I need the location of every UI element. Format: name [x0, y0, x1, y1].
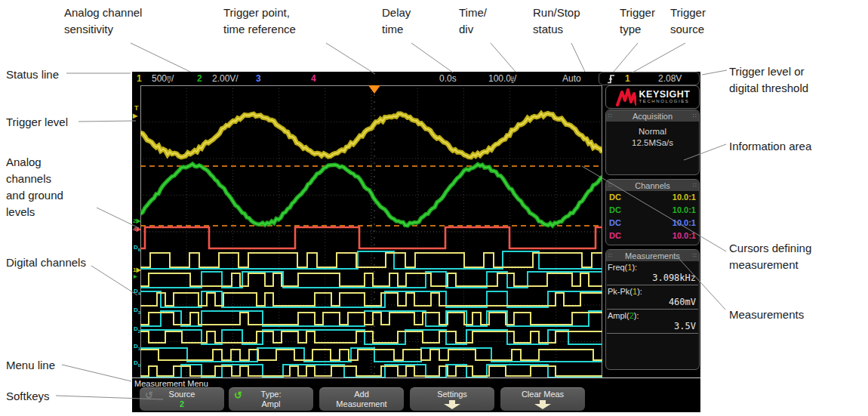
- label-information-area: Information area: [729, 138, 811, 155]
- softkey-settings[interactable]: Settings: [410, 387, 494, 411]
- status-ch4-number[interactable]: 4: [311, 73, 316, 84]
- down-arrow-icon: [442, 400, 462, 409]
- sample-rate: 12.5MSa/s: [606, 138, 699, 147]
- trigger-level-marker[interactable]: ▶: [133, 112, 137, 119]
- measurement-freq-value: 3.098kHz: [606, 272, 699, 285]
- trigger-t-marker: T: [134, 105, 139, 112]
- measurements-panel: ∷ Measurements ∷ Freq(1): 3.098kHz Pk-Pk…: [605, 249, 700, 370]
- d4-channel-label[interactable]: D4: [134, 288, 140, 297]
- grip-icon: ∷: [608, 252, 612, 259]
- softkey-source[interactable]: ↺ Source 2: [140, 387, 224, 411]
- channels-panel-header[interactable]: ∷ Channels ∷: [606, 180, 699, 191]
- label-delay-time: Delay time: [382, 5, 411, 38]
- status-delay-time[interactable]: 0.0s: [439, 73, 457, 84]
- keysight-logo: KEYSIGHT TECHNOLOGIES: [605, 85, 700, 109]
- status-trigger-section[interactable]: 1 2.08V: [599, 72, 700, 85]
- brand-subtitle: TECHNOLOGIES: [639, 99, 691, 104]
- status-trigger-level: 2.08V: [658, 73, 682, 84]
- softkey-add-measurement[interactable]: Add Measurement: [319, 387, 404, 411]
- grip-icon: ∷: [693, 182, 697, 189]
- label-time-div: Time/ div: [459, 5, 487, 38]
- divider: [132, 377, 700, 378]
- d2-channel-label[interactable]: D2: [134, 325, 140, 335]
- down-arrow-icon: [533, 400, 553, 409]
- label-trigger-source: Trigger source: [670, 5, 706, 38]
- measurement-pkpk-label: Pk-Pk(1):: [606, 285, 699, 296]
- channel-row-4: DC10.0:1: [606, 230, 699, 242]
- acquisition-panel: ∷ Acquisition ∷ Normal 12.5MSa/s: [605, 109, 700, 175]
- acquisition-title: Acquisition: [633, 112, 673, 121]
- measurements-panel-header[interactable]: ∷ Measurements ∷: [606, 250, 699, 261]
- label-measurements: Measurements: [729, 307, 804, 323]
- grip-icon: ∷: [608, 182, 612, 189]
- softkey-type[interactable]: ↺ Type: Ampl: [229, 387, 313, 411]
- label-trigger-level-or-digital-threshold: Trigger level or digital threshold: [729, 63, 808, 97]
- divider: [607, 333, 698, 334]
- waveform-display: [140, 85, 602, 378]
- label-digital-channels: Digital channels: [6, 254, 86, 271]
- status-trigger-source: 1: [625, 73, 630, 84]
- digital-activity-marker: ▶: [134, 273, 137, 280]
- grip-icon: ∷: [693, 112, 697, 119]
- keysight-spark-icon: [615, 88, 636, 107]
- status-ch2-sensitivity[interactable]: 2.00V/: [212, 73, 239, 84]
- grip-icon: ∷: [693, 252, 697, 259]
- ch4-ground-marker[interactable]: 4▶: [133, 226, 141, 233]
- label-status-line: Status line: [6, 66, 59, 83]
- status-ch1-sensitivity[interactable]: 500mV/: [152, 73, 174, 84]
- label-cursors-defining-measurement: Cursors defining measurement: [729, 240, 811, 273]
- measurement-freq-label: Freq(1):: [606, 261, 699, 272]
- grip-icon: ∷: [608, 112, 612, 119]
- measurements-title: Measurements: [625, 251, 680, 260]
- d3-channel-label[interactable]: D3: [134, 307, 140, 316]
- rotate-knob-icon: ↺: [234, 390, 242, 401]
- label-run-stop-status: Run/Stop status: [533, 5, 580, 38]
- measurement-ampl-label: Ampl(2):: [606, 310, 699, 320]
- label-analog-channels-ground-levels: Analog channels and ground levels: [6, 154, 63, 220]
- d6-channel-label[interactable]: D6: [134, 244, 140, 254]
- status-time-per-div[interactable]: 100.0µs/: [488, 73, 516, 84]
- status-run-stop[interactable]: Auto: [562, 73, 581, 84]
- acquisition-mode: Normal: [606, 127, 699, 136]
- ch1-ground-marker[interactable]: 1▶: [133, 267, 141, 273]
- channels-title: Channels: [635, 181, 669, 190]
- oscilloscope-screen: 1 500mV/ 2 2.00V/ 3 4 0.0s 100.0µs/ Auto…: [132, 72, 700, 412]
- channel-row-1: DC10.0:1: [606, 191, 699, 204]
- d0-channel-label[interactable]: D0: [134, 359, 140, 369]
- manual-figure: { "annotations": [ {"text": "Analog chan…: [0, 0, 868, 416]
- status-ch3-number[interactable]: 3: [256, 73, 261, 84]
- label-menu-line: Menu line: [6, 357, 55, 374]
- label-trigger-level: Trigger level: [6, 114, 68, 131]
- rotate-knob-icon: ↺: [145, 390, 153, 401]
- d1-channel-label[interactable]: D1: [134, 343, 140, 353]
- brand-name: KEYSIGHT: [639, 90, 691, 99]
- channels-panel: ∷ Channels ∷ DC10.0:1 DC10.0:1 DC10.0:1 …: [605, 179, 700, 245]
- label-softkeys: Softkeys: [6, 388, 50, 405]
- status-ch1-number[interactable]: 1: [137, 73, 142, 84]
- measurement-pkpk-value: 460mV: [606, 296, 699, 309]
- status-ch2-number[interactable]: 2: [197, 73, 202, 84]
- measurement-ampl-value: 3.5V: [606, 320, 699, 333]
- label-trigger-point-time-reference: Trigger point, time reference: [223, 5, 296, 38]
- status-line: 1 500mV/ 2 2.00V/ 3 4 0.0s 100.0µs/ Auto…: [132, 72, 700, 85]
- label-analog-channel-sensitivity: Analog channel sensitivity: [64, 5, 142, 38]
- label-trigger-type: Trigger type: [620, 5, 655, 38]
- softkey-clear-meas[interactable]: Clear Meas: [500, 387, 585, 411]
- ch2-ground-marker[interactable]: 2▶: [133, 217, 141, 224]
- channel-row-2: DC10.0:1: [606, 204, 699, 217]
- rising-edge-trigger-icon: [607, 73, 615, 85]
- information-area: KEYSIGHT TECHNOLOGIES ∷ Acquisition ∷ No…: [605, 85, 700, 378]
- channel-row-3: DC10.0:1: [606, 217, 699, 230]
- acquisition-panel-header[interactable]: ∷ Acquisition ∷: [606, 110, 699, 122]
